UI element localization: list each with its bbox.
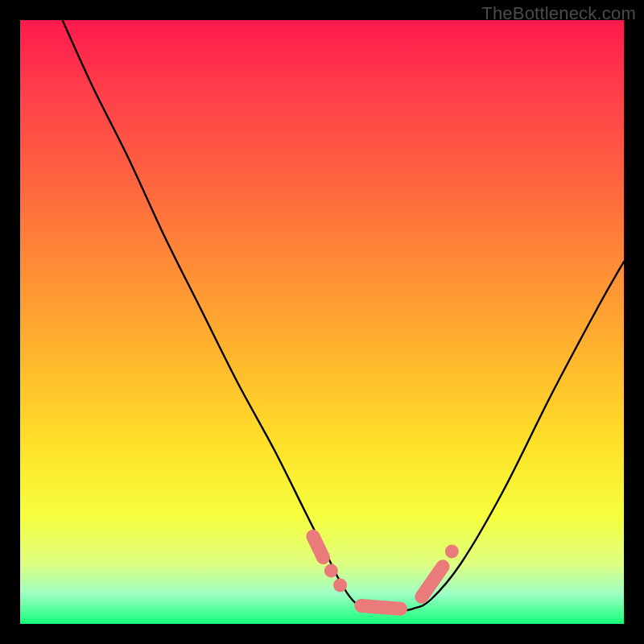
plot-area	[20, 20, 624, 624]
bottleneck-curve	[63, 20, 625, 612]
marker-capsule	[361, 606, 401, 609]
marker-dot	[333, 579, 347, 592]
watermark-text: TheBottleneck.com	[481, 3, 636, 24]
marker-dot	[324, 564, 338, 578]
marker-capsule	[422, 567, 443, 597]
curve-markers	[313, 536, 459, 609]
marker-dot	[445, 545, 459, 559]
chart-svg	[20, 20, 624, 624]
marker-capsule	[313, 536, 324, 557]
chart-frame: TheBottleneck.com	[0, 0, 644, 644]
